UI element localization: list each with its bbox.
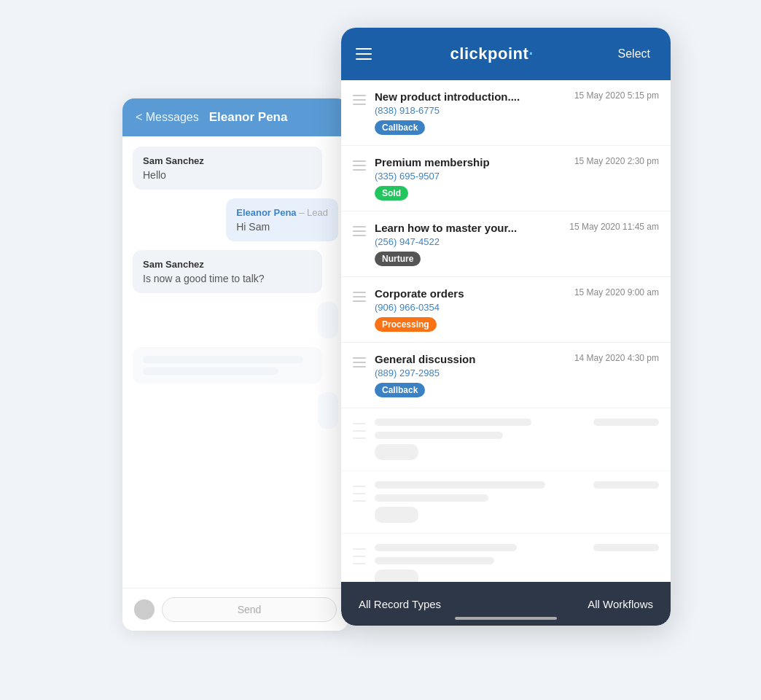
message-bubble: Sam Sanchez Hello [133,147,322,190]
record-phone[interactable]: (256) 947-4522 [375,236,659,247]
record-content: New product introduction.... 15 May 2020… [375,90,659,135]
drag-handle [353,222,366,236]
chat-contact-name: Eleanor Pena [209,110,288,125]
record-date: 14 May 2020 4:30 pm [574,353,659,363]
record-date: 15 May 2020 5:15 pm [574,90,659,101]
record-content: Corporate orders 15 May 2020 9:00 am (90… [375,287,659,332]
message-text: Hello [143,169,312,181]
record-title: General discussion [375,353,475,365]
drag-handle [353,156,366,171]
record-date: 15 May 2020 9:00 am [574,287,659,298]
select-button[interactable]: Select [612,44,656,63]
record-date: 15 May 2020 2:30 pm [574,156,659,166]
record-date: 15 May 2020 11:45 am [569,222,659,232]
drag-handle [353,419,366,439]
message-bubble-placeholder [318,302,338,338]
drag-handle [353,544,366,564]
record-content: Learn how to master your... 15 May 2020 … [375,222,659,266]
record-badge: Nurture [375,252,421,266]
chat-panel: < Messages Eleanor Pena Sam Sanchez Hell… [122,98,348,631]
drag-handle [353,353,366,368]
drag-handle [353,481,366,502]
record-phone[interactable]: (838) 918-6775 [375,105,659,116]
record-title: New product introduction.... [375,90,520,103]
record-badge: Callback [375,383,425,397]
message-bubble-placeholder [318,392,338,429]
record-phone[interactable]: (906) 966-0354 [375,302,659,313]
record-title: Premium membership [375,156,490,168]
record-badge: Processing [375,317,437,332]
record-badge: Sold [375,186,408,201]
records-header: clickpoint· Select [341,28,671,80]
record-item-placeholder [341,408,671,471]
message-sender: Sam Sanchez [143,259,312,270]
message-sender: Sam Sanchez [143,155,312,166]
records-panel: clickpoint· Select New product introduct… [341,28,671,626]
send-button[interactable]: Send [162,597,337,622]
record-item[interactable]: Premium membership 15 May 2020 2:30 pm (… [341,146,671,211]
records-footer: All Record Types All Workflows [341,582,671,626]
message-bubble: Eleanor Pena – Lead Hi Sam [226,198,338,241]
chat-messages-list: Sam Sanchez Hello Eleanor Pena – Lead Hi… [122,136,348,429]
record-badge: Callback [375,120,425,135]
record-types-filter[interactable]: All Record Types [359,598,441,610]
message-bubble: Sam Sanchez Is now a good time to talk? [133,250,322,293]
record-item[interactable]: New product introduction.... 15 May 2020… [341,80,671,146]
message-bubble-placeholder [133,347,322,384]
record-content: General discussion 14 May 2020 4:30 pm (… [375,353,659,397]
record-title: Learn how to master your... [375,222,517,234]
drag-handle [353,90,366,105]
record-item-placeholder [341,471,671,534]
footer-divider [455,617,557,620]
records-list: New product introduction.... 15 May 2020… [341,80,671,582]
hamburger-menu-button[interactable] [356,48,372,60]
drag-handle [353,287,366,302]
chat-footer: Send [122,588,348,631]
record-item[interactable]: General discussion 14 May 2020 4:30 pm (… [341,343,671,408]
message-sender: Eleanor Pena – Lead [236,207,328,218]
record-title: Corporate orders [375,287,464,300]
user-avatar [134,599,155,620]
record-phone[interactable]: (335) 695-9507 [375,171,659,182]
workflows-filter[interactable]: All Workflows [588,598,653,610]
message-text: Is now a good time to talk? [143,273,312,284]
record-item[interactable]: Learn how to master your... 15 May 2020 … [341,211,671,277]
app-logo: clickpoint· [450,44,534,63]
record-phone[interactable]: (889) 297-2985 [375,368,659,378]
record-item[interactable]: Corporate orders 15 May 2020 9:00 am (90… [341,277,671,343]
record-content: Premium membership 15 May 2020 2:30 pm (… [375,156,659,201]
chat-header: < Messages Eleanor Pena [122,98,348,136]
message-text: Hi Sam [236,221,328,233]
chat-back-button[interactable]: < Messages [136,111,199,124]
app-container: < Messages Eleanor Pena Sam Sanchez Hell… [15,15,746,700]
record-item-placeholder [341,534,671,582]
